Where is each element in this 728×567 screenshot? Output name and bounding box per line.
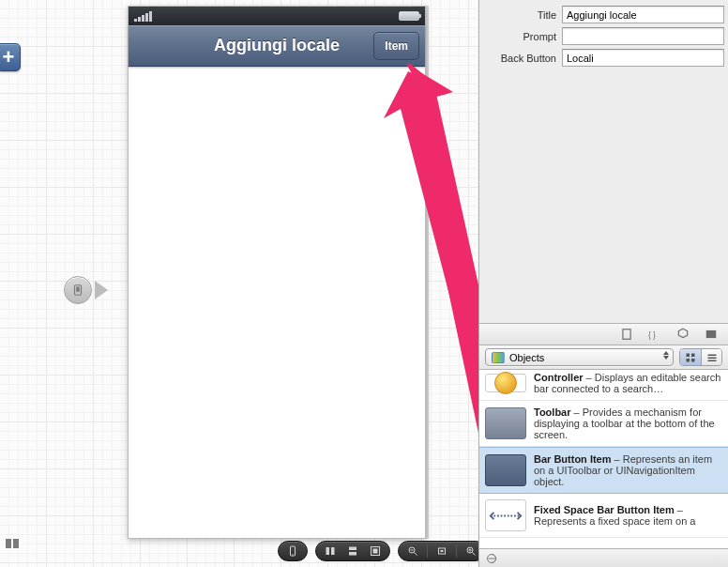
status-bar — [129, 7, 425, 25]
battery-icon — [399, 11, 419, 21]
controller-thumb-icon — [485, 374, 526, 392]
library-tabbar: { } — [479, 323, 728, 345]
svg-line-16 — [473, 553, 476, 556]
iphone-scene[interactable]: Aggiungi locale Item — [128, 6, 426, 539]
navigation-bar[interactable]: Aggiungi locale Item — [129, 25, 425, 67]
svg-rect-6 — [349, 547, 356, 551]
svg-rect-14 — [441, 550, 444, 552]
tab-file-templates[interactable] — [619, 327, 634, 342]
library-footer — [479, 548, 728, 567]
objects-popup[interactable]: Objects — [485, 348, 674, 366]
add-button[interactable]: + — [0, 43, 21, 71]
svg-rect-32 — [707, 360, 716, 361]
canvas-footer-toolbar — [278, 541, 486, 561]
attributes-form: Title Prompt Back Button — [479, 0, 728, 76]
tab-media[interactable] — [704, 327, 719, 342]
tab-code-snippets[interactable]: { } — [647, 327, 662, 342]
device-pill — [278, 541, 308, 561]
align-pill — [315, 541, 390, 561]
list-item[interactable]: Toolbar – Provides a mechanism for displ… — [479, 401, 728, 447]
svg-rect-25 — [706, 330, 717, 338]
view-grid-button[interactable] — [680, 349, 701, 365]
zoom-actual-button[interactable] — [433, 544, 450, 558]
align-button-2[interactable] — [344, 544, 361, 558]
navbar-right-bar-button-item[interactable]: Item — [373, 32, 419, 60]
svg-rect-30 — [707, 354, 716, 356]
signal-icon — [134, 10, 153, 22]
zoom-out-button[interactable] — [404, 544, 421, 558]
storyboard-canvas[interactable]: + Aggiungi locale Item — [0, 0, 478, 567]
objects-popup-label: Objects — [509, 352, 544, 363]
barbutton-thumb-icon — [485, 454, 526, 486]
svg-rect-27 — [691, 353, 695, 357]
svg-rect-1 — [76, 287, 80, 292]
list-item[interactable]: Bar Button Item – Represents an item on … — [479, 447, 728, 494]
segue-icon — [64, 276, 92, 304]
zoom-pill — [398, 541, 486, 561]
inspector-panel: Title Prompt Back Button { } Objects — [478, 0, 728, 567]
prompt-label: Prompt — [483, 31, 562, 42]
zoom-in-button[interactable] — [463, 544, 479, 558]
svg-rect-4 — [326, 547, 330, 555]
align-button-3[interactable] — [367, 544, 384, 558]
svg-rect-5 — [331, 547, 335, 555]
fixedspace-thumb-icon — [485, 499, 526, 531]
palette-icon — [492, 352, 505, 363]
title-label: Title — [483, 9, 562, 21]
object-library-list[interactable]: Controller – Displays an editable search… — [479, 370, 728, 548]
navbar-title: Aggiungi locale — [214, 36, 340, 55]
svg-rect-28 — [687, 359, 690, 362]
list-item[interactable]: Controller – Displays an editable search… — [479, 370, 728, 401]
svg-rect-26 — [687, 353, 690, 357]
backbutton-label: Back Button — [483, 53, 562, 64]
svg-rect-7 — [349, 552, 356, 556]
backbutton-field[interactable] — [562, 49, 724, 67]
segue-arrow-icon — [95, 281, 108, 299]
item-title: Toolbar — [534, 406, 571, 418]
prompt-row: Prompt — [483, 27, 724, 45]
bottom-left-indicator — [6, 539, 19, 548]
view-list-button[interactable] — [701, 349, 721, 365]
svg-rect-31 — [707, 357, 716, 359]
svg-rect-29 — [691, 359, 695, 362]
library-filter-row: Objects — [479, 345, 728, 370]
item-title: Fixed Space Bar Button Item — [534, 504, 675, 515]
svg-text:{ }: { } — [648, 331, 656, 340]
list-item[interactable]: Fixed Space Bar Button Item – Represents… — [479, 494, 728, 538]
svg-rect-9 — [373, 549, 378, 554]
item-title: Controller — [534, 372, 584, 383]
library-view-toggle — [679, 348, 722, 366]
item-title: Bar Button Item — [534, 453, 612, 465]
svg-rect-23 — [623, 329, 630, 340]
toolbar-thumb-icon — [485, 407, 526, 439]
prompt-field[interactable] — [562, 27, 724, 45]
title-row: Title — [483, 6, 724, 23]
segue-node[interactable] — [64, 276, 108, 304]
backbutton-row: Back Button — [483, 49, 724, 67]
svg-line-11 — [415, 553, 417, 556]
align-button-1[interactable] — [322, 544, 339, 558]
tab-objects[interactable] — [675, 327, 690, 342]
filter-button[interactable] — [485, 552, 498, 565]
svg-point-3 — [292, 554, 293, 555]
device-button[interactable] — [284, 544, 301, 558]
title-field[interactable] — [562, 6, 724, 23]
